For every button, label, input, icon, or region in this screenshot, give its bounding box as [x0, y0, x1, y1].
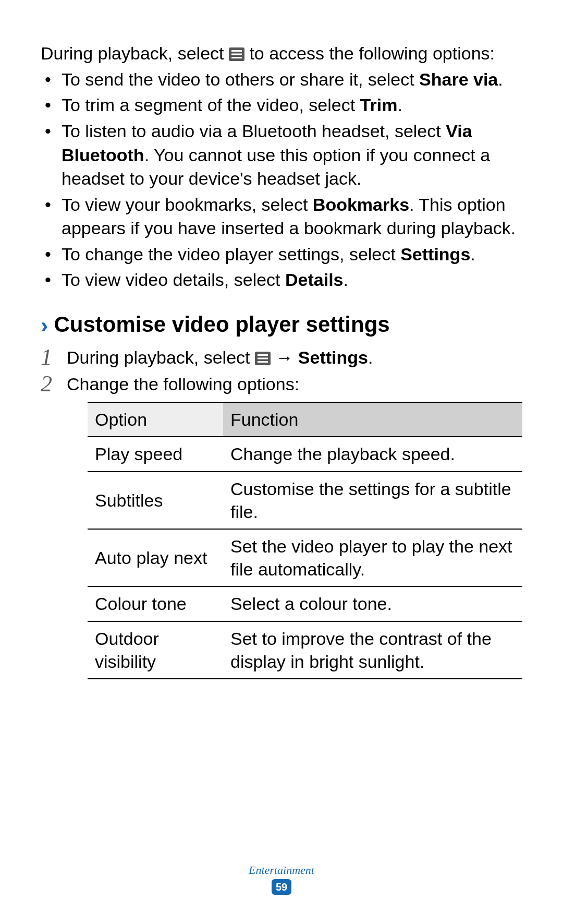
bullet-bold: Trim — [360, 95, 398, 115]
section-heading: › Customise video player settings — [41, 310, 522, 341]
td-function: Set to improve the contrast of the displ… — [223, 621, 522, 679]
step-item: 2 Change the following options: Option F… — [41, 373, 522, 679]
bullet-pre: To view video details, select — [62, 270, 285, 290]
footer-category: Entertainment — [0, 863, 563, 877]
bullet-pre: To change the video player settings, sel… — [62, 244, 400, 264]
bullet-bold: Settings — [400, 244, 470, 264]
steps-list: 1 During playback, select → Settings. 2 … — [41, 346, 522, 679]
bullet-item: To listen to audio via a Bluetooth heads… — [41, 119, 522, 191]
arrow-text: → — [275, 346, 293, 370]
th-option: Option — [88, 402, 223, 437]
svg-rect-3 — [231, 57, 242, 58]
bullet-bold: Share via — [419, 69, 498, 89]
page-number-badge: 59 — [272, 879, 291, 895]
bullet-post: . — [498, 69, 503, 89]
step-bold: Settings — [298, 347, 368, 367]
table-row: Auto play next Set the video player to p… — [88, 529, 522, 586]
td-option: Auto play next — [88, 529, 223, 586]
td-option: Play speed — [88, 437, 223, 471]
table-row: Outdoor visibility Set to improve the co… — [88, 621, 522, 679]
svg-rect-7 — [258, 361, 268, 363]
intro-suffix: to access the following options: — [249, 43, 495, 63]
table-row: Colour tone Select a colour tone. — [88, 586, 522, 621]
step-text: Change the following options: — [67, 374, 299, 394]
svg-rect-6 — [258, 357, 268, 359]
page-content: During playback, select to access the fo… — [41, 42, 522, 679]
menu-icon — [229, 43, 244, 57]
bullet-bold: Details — [285, 270, 344, 290]
options-bullet-list: To send the video to others or share it,… — [41, 68, 522, 292]
table-row: Subtitles Customise the settings for a s… — [88, 472, 522, 529]
bullet-item: To send the video to others or share it,… — [41, 68, 522, 92]
table-header-row: Option Function — [88, 402, 522, 437]
manual-page: During playback, select to access the fo… — [0, 0, 563, 924]
td-option: Colour tone — [88, 586, 223, 621]
step-text-pre: During playback, select — [67, 347, 255, 367]
bullet-bold: Bookmarks — [313, 195, 409, 214]
bullet-post: . — [397, 95, 402, 115]
td-option: Subtitles — [88, 472, 223, 529]
td-function: Set the video player to play the next fi… — [223, 529, 522, 586]
step-item: 1 During playback, select → Settings. — [41, 346, 522, 370]
td-function: Change the playback speed. — [223, 437, 522, 471]
options-table: Option Function Play speed Change the pl… — [88, 402, 522, 679]
bullet-item: To trim a segment of the video, select T… — [41, 93, 522, 117]
step-number: 2 — [41, 368, 52, 399]
bullet-item: To view your bookmarks, select Bookmarks… — [41, 193, 522, 241]
td-function: Select a colour tone. — [223, 586, 522, 621]
bullet-item: To view video details, select Details. — [41, 268, 522, 292]
page-footer: Entertainment 59 — [0, 863, 563, 895]
bullet-item: To change the video player settings, sel… — [41, 243, 522, 267]
step-post: . — [368, 347, 373, 367]
table-row: Play speed Change the playback speed. — [88, 437, 522, 471]
section-title: Customise video player settings — [54, 312, 389, 337]
bullet-pre: To send the video to others or share it,… — [62, 69, 419, 89]
svg-rect-1 — [231, 50, 242, 52]
svg-rect-5 — [258, 354, 268, 356]
bullet-pre: To view your bookmarks, select — [62, 195, 313, 214]
bullet-post: . — [470, 244, 475, 264]
intro-prefix: During playback, select — [41, 43, 229, 63]
th-function: Function — [223, 402, 522, 437]
caret-icon: › — [41, 313, 48, 338]
td-function: Customise the settings for a subtitle fi… — [223, 472, 522, 529]
bullet-pre: To listen to audio via a Bluetooth heads… — [62, 121, 446, 141]
bullet-pre: To trim a segment of the video, select — [62, 95, 360, 115]
intro-paragraph: During playback, select to access the fo… — [41, 42, 522, 66]
menu-icon — [255, 347, 271, 361]
svg-rect-2 — [231, 54, 242, 55]
td-option: Outdoor visibility — [88, 621, 223, 679]
bullet-post: . — [343, 270, 348, 290]
step-number: 1 — [41, 342, 52, 373]
